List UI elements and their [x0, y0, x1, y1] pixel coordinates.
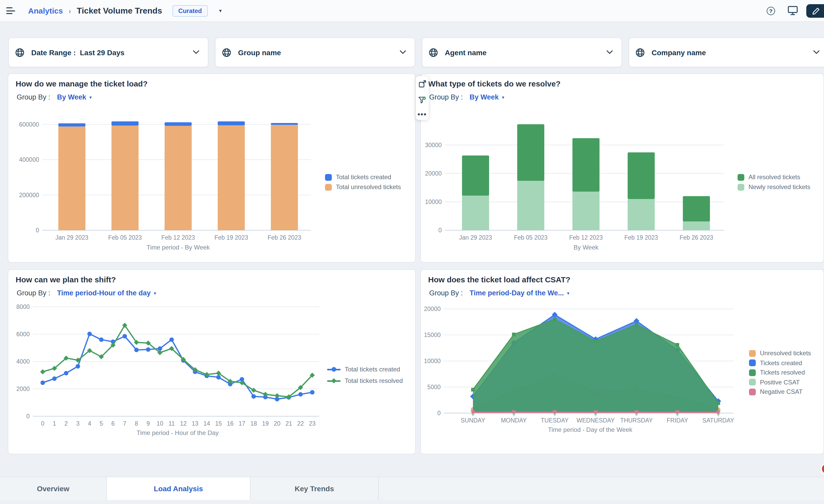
svg-text:By Week: By Week — [574, 244, 599, 251]
group-by-select[interactable]: By Week▾ — [57, 93, 92, 101]
svg-text:18: 18 — [250, 420, 257, 427]
svg-text:9: 9 — [146, 420, 150, 427]
legend-item[interactable]: Total tickets created — [325, 174, 401, 181]
svg-text:5: 5 — [100, 420, 103, 427]
chart-title: How does the ticket load affect CSAT? — [428, 275, 570, 284]
tab-load-analysis[interactable]: Load Analysis — [107, 477, 250, 500]
svg-text:11: 11 — [169, 420, 175, 427]
svg-text:WEDNESDAY: WEDNESDAY — [577, 417, 615, 424]
chart-legend: Total tickets createdTotal unresolved ti… — [325, 174, 401, 191]
filter-applied-icon[interactable] — [418, 96, 426, 104]
tab-key-trends[interactable]: Key Trends — [250, 477, 379, 500]
breadcrumb: Analytics › Ticket Volume Trends Curated… — [0, 0, 824, 21]
legend-item[interactable]: Positive CSAT — [749, 379, 811, 386]
legend-label: Newly resolved tickets — [748, 183, 810, 191]
legend-item[interactable]: Tickets resolved — [749, 369, 811, 376]
filter-label: Date Range : Last 29 Days — [31, 48, 124, 57]
filter-group-name[interactable]: Group name — [215, 37, 415, 67]
svg-text:13: 13 — [192, 420, 198, 427]
svg-text:SATURDAY: SATURDAY — [702, 417, 734, 424]
filter-date-range[interactable]: Date Range : Last 29 Days — [8, 37, 208, 67]
notification-fab[interactable] — [821, 463, 824, 475]
filter-company-name[interactable]: Company name — [629, 37, 824, 67]
svg-text:Jan 29 2023: Jan 29 2023 — [56, 234, 89, 241]
legend-item[interactable]: Tickets created — [749, 359, 811, 367]
legend-label: Tickets created — [760, 359, 802, 367]
more-options-icon[interactable]: ••• — [417, 112, 427, 116]
svg-text:MONDAY: MONDAY — [501, 417, 527, 424]
svg-text:20: 20 — [274, 420, 281, 427]
globe-icon — [635, 48, 645, 57]
group-by-value: Time period-Hour of the day — [57, 289, 151, 297]
group-by-value: By Week — [470, 93, 499, 101]
panel-ticket-load-csat: How does the ticket load affect CSAT? Gr… — [420, 269, 824, 454]
legend-item[interactable]: Total tickets created — [327, 366, 403, 373]
svg-text:Feb 19 2023: Feb 19 2023 — [624, 234, 658, 241]
svg-text:5000: 5000 — [427, 384, 441, 390]
filter-label: Company name — [651, 48, 706, 57]
report-tab-bar: Overview Load Analysis Key Trends — [0, 477, 824, 500]
page-title: Ticket Volume Trends — [77, 6, 162, 15]
svg-text:3: 3 — [76, 420, 80, 427]
svg-text:Time period - Day of the Week: Time period - Day of the Week — [548, 426, 633, 433]
group-by-select[interactable]: By Week▾ — [470, 93, 504, 101]
caret-down-icon: ▾ — [89, 95, 92, 100]
svg-text:Feb 26 2023: Feb 26 2023 — [680, 234, 713, 241]
help-icon[interactable]: ? — [767, 7, 775, 15]
group-by-select[interactable]: Time period-Hour of the day▾ — [57, 289, 156, 297]
chevron-down-icon — [400, 50, 406, 55]
legend-swatch-icon — [749, 379, 756, 386]
edit-button[interactable] — [806, 4, 824, 18]
group-by-label: Group By : — [429, 93, 463, 101]
breadcrumb-analytics-link[interactable]: Analytics — [28, 6, 63, 15]
top-header: Analytics › Ticket Volume Trends Curated… — [0, 0, 824, 22]
caret-down-icon: ▾ — [567, 290, 569, 296]
chart-legend: All resolved ticketsNewly resolved ticke… — [737, 174, 810, 191]
svg-text:20000: 20000 — [425, 170, 442, 177]
curated-badge: Curated — [173, 5, 208, 16]
pencil-icon — [812, 7, 820, 15]
chevron-down-icon — [606, 50, 613, 55]
svg-text:6000: 6000 — [16, 331, 30, 337]
group-by-select[interactable]: Time period-Day of the We...▾ — [470, 289, 569, 297]
legend-label: Total unresolved tickets — [336, 183, 401, 191]
svg-text:22: 22 — [297, 420, 304, 427]
legend-item[interactable]: Total tickets resolved — [327, 377, 403, 385]
tab-overview[interactable]: Overview — [0, 477, 107, 500]
svg-text:Time period - Hour of the Day: Time period - Hour of the Day — [136, 429, 218, 436]
svg-text:7: 7 — [123, 420, 126, 427]
caret-down-icon: ▾ — [502, 95, 504, 100]
present-monitor-icon[interactable] — [788, 6, 798, 18]
group-by-value: Time period-Day of the We... — [470, 289, 564, 297]
group-by-label: Group By : — [429, 289, 463, 297]
legend-swatch-icon — [749, 360, 756, 366]
svg-text:15000: 15000 — [424, 331, 441, 338]
chart-title: What type of tickets do we resolve? — [428, 79, 560, 88]
svg-text:0: 0 — [36, 227, 39, 234]
filter-agent-name[interactable]: Agent name — [422, 37, 622, 67]
legend-item[interactable]: Newly resolved tickets — [737, 183, 810, 191]
legend-item[interactable]: Total unresolved tickets — [325, 183, 401, 191]
legend-label: All resolved tickets — [748, 174, 800, 181]
help-glyph: ? — [769, 8, 773, 14]
expand-icon[interactable] — [418, 80, 426, 88]
globe-icon — [222, 48, 231, 57]
svg-text:2000: 2000 — [16, 386, 30, 392]
chevron-down-icon — [813, 50, 820, 55]
legend-item[interactable]: Negative CSAT — [749, 388, 811, 395]
legend-swatch-icon — [325, 174, 332, 181]
legend-swatch-icon — [325, 184, 332, 190]
legend-label: Unresolved tickets — [760, 349, 811, 357]
panel-manage-ticket-load: How do we manage the ticket load? Group … — [8, 74, 416, 263]
svg-text:4000: 4000 — [16, 358, 30, 365]
legend-swatch-icon — [749, 350, 756, 357]
svg-text:0: 0 — [438, 227, 442, 234]
svg-text:10: 10 — [157, 420, 163, 427]
group-by-value: By Week — [57, 93, 86, 101]
legend-item[interactable]: Unresolved tickets — [749, 349, 811, 357]
legend-item[interactable]: All resolved tickets — [737, 174, 810, 181]
menu-icon[interactable] — [6, 7, 16, 14]
title-dropdown-caret-icon[interactable]: ▾ — [219, 8, 222, 13]
filter-label: Group name — [238, 48, 281, 57]
svg-text:Feb 26 2023: Feb 26 2023 — [268, 234, 301, 241]
